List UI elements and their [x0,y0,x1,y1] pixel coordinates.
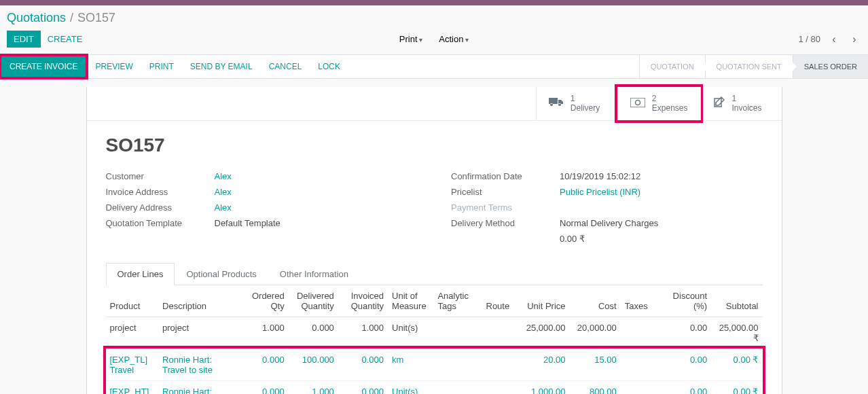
table-cell: 0.000 [238,348,288,380]
product-link[interactable]: 15.00 [594,355,617,365]
stat-delivery[interactable]: 1 Delivery [536,87,617,120]
stat-invoices-label: Invoices [732,103,762,113]
product-link[interactable]: Ronnie Hart: Hotel [162,387,212,394]
tab-order-lines[interactable]: Order Lines [106,263,175,285]
step-quotation[interactable]: QUOTATION [639,55,705,78]
table-cell: project [158,317,238,348]
table-cell: 15.00 [570,348,621,380]
create-button[interactable]: CREATE [41,31,90,48]
stat-expenses-label: Expenses [652,103,688,113]
label-qt-template: Quotation Template [106,218,215,228]
label-payment-terms: Payment Terms [451,202,560,213]
customer-link[interactable]: Alex [215,171,232,181]
table-row[interactable]: [EXP_HT] HotelRonnie Hart: Hotel0.0001.0… [106,380,763,394]
invoice-addr-link[interactable]: Alex [215,187,232,197]
pager-text: 1 / 80 [798,34,820,44]
print-button[interactable]: PRINT [141,55,182,78]
table-cell: km [388,348,433,380]
pager-prev[interactable]: ‹ [827,33,841,46]
step-sales-order[interactable]: SALES ORDER [793,55,868,78]
edit-button[interactable]: EDIT [7,31,41,48]
label-customer: Customer [106,171,215,181]
truck-icon [549,96,564,111]
table-cell: 1,000.00 [518,380,569,394]
table-cell: 1.000 [289,380,338,394]
th-tags: Analytic Tags [433,285,482,317]
product-link[interactable]: Ronnie Hart: Travel to site [162,355,213,375]
product-link[interactable]: 0.000 [262,355,285,365]
th-route: Route [482,285,519,317]
money-icon [630,96,645,111]
table-cell [482,317,519,348]
table-cell [621,348,662,380]
product-link[interactable]: 0.00 ₹ [734,387,759,394]
tabs: Order Lines Optional Products Other Info… [106,263,763,285]
preview-button[interactable]: PREVIEW [87,55,141,78]
table-cell [621,317,662,348]
delivery-addr-link[interactable]: Alex [215,202,232,213]
table-cell [433,348,482,380]
step-quotation-sent[interactable]: QUOTATION SENT [705,55,793,78]
table-cell: 20.00 [518,348,569,380]
product-link[interactable]: 0.000 [262,387,285,394]
product-link[interactable]: [EXP_TL] Travel [110,355,148,375]
stat-invoices[interactable]: 1 Invoices [700,87,782,120]
table-cell [482,380,519,394]
th-product: Product [106,285,159,317]
delivery-cost-value: 0.00 ₹ [560,234,585,244]
product-link[interactable]: 0.000 [362,355,384,365]
tab-optional-products[interactable]: Optional Products [175,263,268,285]
cancel-button[interactable]: CANCEL [261,55,310,78]
product-link[interactable]: 1.000 [312,387,334,394]
table-cell: [EXP_TL] Travel [106,348,159,380]
table-cell: 0.00 [662,317,711,348]
pager: 1 / 80 ‹ › [798,33,861,46]
table-cell: 800.00 [570,380,621,394]
product-link[interactable]: [EXP_HT] Hotel [110,387,149,394]
table-cell: 0.000 [338,380,388,394]
product-link[interactable]: Unit(s) [392,387,418,394]
breadcrumb-sep: / [70,11,73,25]
table-cell: Ronnie Hart: Hotel [158,380,238,394]
product-link[interactable]: 1,000.00 [531,387,566,394]
form-sheet: 1 Delivery 2 Expenses 1 Invo [86,87,782,394]
product-link[interactable]: 0.00 [690,355,707,365]
table-cell: 0.00 ₹ [711,380,762,394]
product-link[interactable]: 0.00 ₹ [734,355,759,365]
product-link[interactable]: 800.00 [590,387,617,394]
highlighted-lines: [EXP_TL] TravelRonnie Hart: Travel to si… [106,348,763,394]
stat-expenses-count: 2 [652,94,688,103]
breadcrumb: Quotations / SO157 [0,5,868,28]
product-link[interactable]: 20.00 [543,355,566,365]
lock-button[interactable]: LOCK [310,55,348,78]
table-row[interactable]: projectproject1.0000.0001.000Unit(s)25,0… [106,317,763,348]
th-unit-price: Unit Price [518,285,569,317]
svg-point-1 [635,100,640,105]
info-right: Confirmation Date 10/19/2019 15:02:12 Pr… [451,168,763,247]
breadcrumb-current: SO157 [77,11,115,25]
tab-other-information[interactable]: Other Information [268,263,360,285]
table-cell: 0.00 [662,380,711,394]
send-email-button[interactable]: SEND BY EMAIL [182,55,261,78]
th-ordered-qty: Ordered Qty [238,285,288,317]
table-cell: 100.000 [289,348,338,380]
th-delivered-qty: Delivered Quantity [289,285,338,317]
stat-expenses[interactable]: 2 Expenses [617,87,700,120]
product-link[interactable]: 100.000 [302,355,334,365]
table-cell: Unit(s) [388,317,433,348]
table-cell: 25,000.00 [518,317,569,348]
product-link[interactable]: 0.000 [362,387,384,394]
product-link[interactable]: 0.00 [690,387,707,394]
app-top-bar [0,0,868,5]
product-link[interactable]: km [392,355,403,365]
pager-next[interactable]: › [848,33,861,46]
page-title: SO157 [106,135,763,156]
table-cell: 0.00 [662,348,711,380]
table-row[interactable]: [EXP_TL] TravelRonnie Hart: Travel to si… [106,348,763,380]
action-dropdown[interactable]: Action [432,31,475,48]
pricelist-link[interactable]: Public Pricelist (INR) [560,187,640,197]
breadcrumb-parent[interactable]: Quotations [7,11,66,25]
label-invoice-addr: Invoice Address [106,187,215,197]
print-dropdown[interactable]: Print [393,31,430,48]
create-invoice-button[interactable]: CREATE INVOICE [1,56,86,77]
